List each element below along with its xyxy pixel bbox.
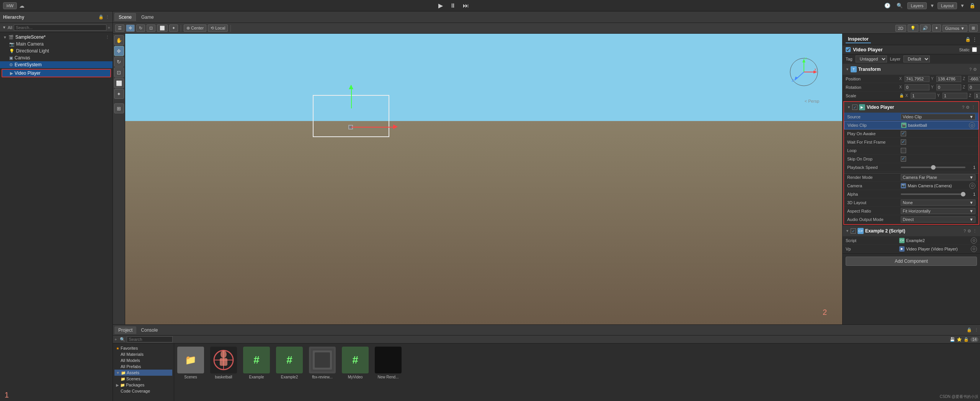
render-mode-dropdown[interactable]: Camera Far Plane ▼	[901, 174, 975, 180]
samplescene-more-btn[interactable]: ⋮	[105, 35, 109, 40]
fx-toggle-btn[interactable]: ✦	[932, 25, 941, 32]
video-clip-select-btn[interactable]: ⊙	[969, 122, 975, 128]
gizmos-btn[interactable]: Gizmos ▼	[942, 25, 967, 32]
lt-rotate-btn[interactable]: ↻	[114, 57, 124, 67]
source-dropdown[interactable]: Video Clip ▼	[901, 114, 975, 120]
script-select-btn[interactable]: ⊙	[971, 237, 977, 244]
toolbar-local-btn[interactable]: ⟲ Local	[208, 25, 228, 32]
transform-help-btn[interactable]: ?	[969, 67, 972, 72]
star-btn[interactable]: ⭐	[957, 337, 962, 342]
play-button[interactable]: ▶	[436, 1, 445, 10]
position-z-input[interactable]	[968, 76, 980, 82]
packages-item[interactable]: ▶ 📁 Packages	[114, 382, 172, 388]
rotation-y-input[interactable]	[936, 84, 961, 90]
camera-select-btn[interactable]: ⊙	[969, 183, 975, 189]
layout-dropdown-arrow[interactable]: ▼	[960, 3, 965, 8]
vp-help-btn[interactable]: ?	[962, 105, 964, 110]
hierarchy-item-dirlight[interactable]: 💡 Directional Light	[0, 47, 113, 54]
hierarchy-item-maincamera[interactable]: 📷 Main Camera	[0, 41, 113, 47]
rotation-z-input[interactable]	[968, 84, 980, 90]
inspector-tab-label[interactable]: Inspector	[846, 36, 871, 43]
audio-output-dropdown[interactable]: Direct ▼	[901, 216, 975, 223]
codecoverage-item[interactable]: Code Coverage	[114, 388, 172, 394]
bottom-more-icon[interactable]: ⋮	[974, 327, 978, 332]
asset-scenes[interactable]: 📁 Scenes	[177, 347, 204, 379]
lt-grid-btn[interactable]: ⊞	[114, 103, 124, 113]
hierarchy-lock-btn[interactable]: 🔒	[98, 15, 104, 20]
assets-item[interactable]: ▼ 📁 Assets	[114, 370, 172, 376]
script-enable-toggle[interactable]: ✓	[851, 228, 856, 234]
scale-z-input[interactable]	[974, 93, 980, 99]
layers-dropdown-arrow[interactable]: ▼	[930, 3, 934, 8]
bottom-lock-icon[interactable]: 🔒	[967, 327, 972, 332]
loop-checkbox[interactable]	[901, 148, 906, 153]
dropdown-arrow-all[interactable]: ▼	[2, 25, 6, 29]
layers-button[interactable]: Layers	[907, 2, 927, 9]
asset-basketball[interactable]: basketball	[210, 347, 237, 379]
vp-enable-toggle[interactable]: ✓	[852, 105, 858, 110]
audio-toggle-btn[interactable]: 🔊	[920, 25, 931, 32]
playback-speed-thumb[interactable]	[931, 165, 936, 170]
all-materials-item[interactable]: All Materials	[114, 351, 172, 357]
asset-fbxreview[interactable]: fbx-review...	[309, 347, 336, 379]
hierarchy-item-canvas[interactable]: ▣ Canvas	[0, 54, 113, 61]
all-prefabs-item[interactable]: All Prefabs	[114, 363, 172, 370]
asset-newrend[interactable]: New Rend...	[375, 347, 402, 379]
save-icon-btn[interactable]: 💾	[950, 337, 955, 342]
toolbar-move-btn[interactable]: ✥	[126, 25, 135, 32]
lt-rect-btn[interactable]: ⬜	[114, 78, 124, 88]
position-y-input[interactable]	[936, 76, 961, 82]
2d-toggle-btn[interactable]: 2D	[895, 25, 906, 32]
vp-more-btn[interactable]: ⋮	[971, 105, 975, 110]
add-component-button[interactable]: Add Component	[846, 257, 977, 266]
video-player-header[interactable]: ▼ ✓ ▶ Video Player ? ⚙ ⋮	[844, 102, 978, 113]
play-on-awake-checkbox[interactable]	[901, 131, 906, 136]
asset-example[interactable]: # Example	[243, 347, 270, 379]
script-help-btn[interactable]: ?	[964, 229, 966, 234]
lock-icon[interactable]: 🔒	[965, 37, 971, 42]
vp-settings-btn[interactable]: ⚙	[966, 105, 970, 110]
all-models-item[interactable]: All Models	[114, 357, 172, 363]
toolbar-scale-btn[interactable]: ⊡	[147, 25, 155, 32]
lock-icon-topbar[interactable]: 🔒	[968, 2, 977, 9]
game-tab[interactable]: Game	[137, 13, 158, 21]
vp-select-btn[interactable]: ⊙	[971, 246, 977, 252]
console-tab[interactable]: Console	[137, 326, 162, 334]
hierarchy-item-videoplayer[interactable]: ▶ Video Player	[2, 70, 110, 77]
3d-layout-dropdown[interactable]: None ▼	[901, 200, 975, 206]
toolbar-rotate-btn[interactable]: ↻	[136, 25, 145, 32]
alpha-thumb[interactable]	[961, 192, 965, 196]
layer-dropdown[interactable]: Default	[903, 56, 930, 62]
tag-dropdown[interactable]: Untagged	[856, 56, 887, 62]
hierarchy-more-btn[interactable]: ⋮	[105, 15, 109, 20]
maximize-btn[interactable]: ⊞	[969, 25, 978, 32]
scene-viewport[interactable]: Y X Z < Persp	[125, 34, 842, 324]
lt-move-btn[interactable]: ✥	[114, 46, 124, 56]
step-button[interactable]: ⏭	[461, 2, 471, 10]
static-checkbox[interactable]	[972, 47, 977, 52]
lt-custom-btn[interactable]: ✦	[114, 89, 124, 99]
hierarchy-search-input[interactable]	[14, 25, 106, 31]
transform-settings-btn[interactable]: ⚙	[973, 67, 977, 72]
favorites-item[interactable]: ★ Favorites	[114, 345, 172, 351]
hw-button[interactable]: HW	[3, 2, 17, 9]
rotation-x-input[interactable]	[905, 84, 929, 90]
script-header[interactable]: ▼ ✓ C# Example 2 (Script) ? ⚙ ⋮	[843, 226, 980, 236]
bottom-search-input[interactable]	[127, 336, 173, 342]
light-toggle-btn[interactable]: 💡	[908, 25, 918, 32]
layout-button[interactable]: Layout	[938, 2, 957, 9]
position-x-input[interactable]	[905, 76, 929, 82]
wait-first-frame-checkbox[interactable]	[901, 139, 906, 145]
hierarchy-item-samplescene[interactable]: ▼ 🎬 SampleScene* ⋮	[0, 34, 113, 41]
hierarchy-add-btn[interactable]: +	[108, 25, 110, 30]
toolbar-hand-btn[interactable]: ☰	[115, 25, 124, 32]
toolbar-rect-btn[interactable]: ⬜	[157, 25, 168, 32]
scenes-item[interactable]: 📁 Scenes	[114, 376, 172, 382]
lt-hand-btn[interactable]: ✋	[114, 35, 124, 45]
hierarchy-item-eventsystem[interactable]: ⚙ EventSystem	[0, 61, 113, 68]
skip-on-drop-checkbox[interactable]	[901, 156, 906, 162]
project-tab[interactable]: Project	[114, 326, 136, 334]
scale-y-input[interactable]	[942, 93, 967, 99]
asset-myvideo[interactable]: # MyVideo	[342, 347, 369, 379]
scene-tab[interactable]: Scene	[114, 13, 136, 21]
